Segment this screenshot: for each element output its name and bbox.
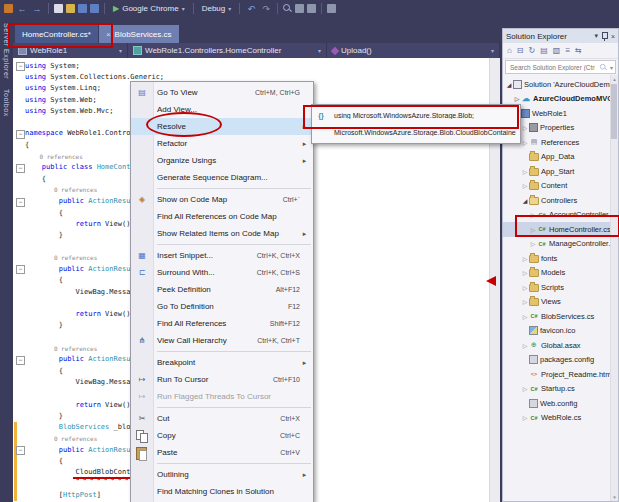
start-debugging-button[interactable]: ▶Google Chrome▾ [110, 4, 188, 13]
expander-collapsed-icon[interactable]: ▷ [513, 95, 521, 102]
tree-item-global-asax[interactable]: ▷⊕Global.asax [503, 338, 618, 353]
tree-item-startup-cs[interactable]: ▷C#Startup.cs [503, 382, 618, 397]
submenu-item-using-microsoft-windowsazure-storage-blob[interactable]: using Microsoft.WindowsAzure.Storage.Blo… [312, 107, 520, 124]
tree-item-packages-config[interactable]: packages.config [503, 353, 618, 368]
menu-item-surround-with[interactable]: Surround With...Ctrl+K, Ctrl+S [131, 264, 313, 281]
solution-configurations-dropdown[interactable]: Debug▾ [199, 4, 235, 13]
view-code-icon[interactable]: ≡ [565, 46, 570, 56]
start-page-icon[interactable] [4, 4, 13, 13]
save-all-icon[interactable] [90, 4, 99, 13]
menu-item-peek-definition[interactable]: Peek DefinitionAlt+F12 [131, 281, 313, 298]
fold-marker[interactable]: − [16, 198, 25, 207]
fold-marker[interactable]: − [16, 130, 25, 139]
tree-item-app-data[interactable]: App_Data [503, 150, 618, 165]
expander-collapsed-icon[interactable]: ▷ [529, 226, 537, 233]
save-icon[interactable] [78, 4, 87, 13]
bookmark-window-icon[interactable] [327, 4, 336, 13]
tree-item-models[interactable]: ▷Models [503, 266, 618, 281]
menu-item-refactor[interactable]: Refactor▸ [131, 135, 313, 152]
expander-collapsed-icon[interactable]: ▷ [521, 313, 529, 320]
type-dropdown[interactable]: WebRole1.Controllers.HomeController ▾ [128, 43, 327, 58]
menu-item-view-call-hierarchy[interactable]: View Call HierarchyCtrl+K, Ctrl+T [131, 332, 313, 349]
tree-item-controllers[interactable]: ◢Controllers [503, 193, 618, 208]
expander-collapsed-icon[interactable]: ▷ [521, 255, 529, 262]
menu-item-show-on-code-map[interactable]: Show on Code MapCtrl+` [131, 191, 313, 208]
tree-item-blobservices-cs[interactable]: ▷C#BlobServices.cs [503, 309, 618, 324]
dock-tab-toolbox[interactable]: Toolbox [3, 89, 10, 117]
tree-item-accountcontroller-cs[interactable]: ▷C#AccountController.cs [503, 208, 618, 223]
expander-collapsed-icon[interactable]: ▷ [521, 182, 529, 189]
tree-item-project-readme-html[interactable]: <>Project_Readme.html [503, 367, 618, 382]
open-file-icon[interactable] [66, 4, 75, 13]
navigate-forward-icon[interactable]: → [31, 4, 43, 14]
tree-scrollbar[interactable]: ▴ ▾ [610, 75, 618, 501]
scrollbar-thumb[interactable] [611, 84, 617, 139]
solution-explorer-icon[interactable] [295, 4, 304, 13]
tree-item-solution-azureclouddemomvc-2[interactable]: ◢Solution 'AzureCloudDemoMVC' (2 [503, 77, 618, 92]
menu-item-find-all-references[interactable]: Find All ReferencesShift+F12 [131, 315, 313, 332]
collapse-all-icon[interactable]: ⊟ [517, 46, 524, 56]
find-in-files-icon[interactable] [283, 4, 292, 13]
menu-item-go-to-definition[interactable]: Go To DefinitionF12 [131, 298, 313, 315]
chevron-down-icon[interactable]: ▾ [594, 32, 598, 40]
menu-item-run-flagged-threads-to-cursor[interactable]: Run Flagged Threads To Cursor [131, 388, 313, 405]
tree-item-views[interactable]: ▷Views [503, 295, 618, 310]
properties-window-icon[interactable] [307, 4, 316, 13]
menu-item-go-to-view[interactable]: Go To ViewCtrl+M, Ctrl+G [131, 84, 313, 101]
scroll-up-icon[interactable]: ▴ [611, 76, 618, 82]
expander-collapsed-icon[interactable]: ▷ [521, 385, 529, 392]
pin-icon[interactable] [601, 32, 608, 41]
tree-item-web-config[interactable]: Web.config [503, 396, 618, 411]
close-icon[interactable]: × [106, 30, 111, 39]
menu-item-insert-snippet[interactable]: Insert Snippet...Ctrl+K, Ctrl+X [131, 247, 313, 264]
navigate-backward-icon[interactable]: ← [16, 4, 28, 14]
tree-item-fonts[interactable]: ▷fonts [503, 251, 618, 266]
fold-marker[interactable]: − [16, 356, 25, 365]
tree-item-scripts[interactable]: ▷Scripts [503, 280, 618, 295]
tree-item-homecontroller-cs[interactable]: ▷C#HomeController.cs [503, 222, 618, 237]
project-dropdown[interactable]: WebRole1 ▾ [13, 43, 128, 58]
tree-item-content[interactable]: ▷Content [503, 179, 618, 194]
expander-collapsed-icon[interactable]: ▷ [521, 342, 529, 349]
expander-collapsed-icon[interactable]: ▷ [529, 211, 537, 218]
menu-item-find-matching-clones-in-solution[interactable]: Find Matching Clones in Solution [131, 483, 313, 500]
menu-item-cut[interactable]: CutCtrl+X [131, 410, 313, 427]
fold-marker[interactable]: − [16, 62, 25, 71]
show-all-files-icon[interactable]: ▤ [540, 46, 548, 56]
menu-item-organize-usings[interactable]: Organize Usings▸ [131, 152, 313, 169]
document-tab-blobservices-cs[interactable]: ×BlobServices.cs [99, 25, 179, 43]
expander-collapsed-icon[interactable]: ▷ [529, 240, 537, 247]
expander-expanded-icon[interactable]: ◢ [521, 197, 529, 204]
expander-collapsed-icon[interactable]: ▷ [521, 269, 529, 276]
chevron-down-icon[interactable]: ▾ [610, 64, 613, 71]
fold-marker[interactable]: − [16, 164, 25, 173]
properties-icon[interactable]: ▧ [553, 46, 561, 56]
menu-item-generate-sequence-diagram[interactable]: Generate Sequence Diagram... [131, 169, 313, 186]
menu-item-add-view[interactable]: Add View... [131, 101, 313, 118]
scroll-down-icon[interactable]: ▾ [611, 494, 618, 500]
expander-expanded-icon[interactable]: ◢ [505, 81, 513, 88]
dock-tab-server-explorer[interactable]: Server Explorer [3, 23, 10, 79]
menu-item-copy[interactable]: CopyCtrl+C [131, 427, 313, 444]
expander-collapsed-icon[interactable]: ▷ [521, 124, 529, 131]
menu-item-resolve[interactable]: Resolve▸ [131, 118, 313, 135]
menu-item-run-to-cursor[interactable]: Run To CursorCtrl+F10 [131, 371, 313, 388]
member-dropdown[interactable]: Upload() ▾ [327, 43, 500, 58]
submenu-item-microsoft-windowsazure-storage-blob-cloudblobcontainer[interactable]: Microsoft.WindowsAzure.Storage.Blob.Clou… [312, 124, 520, 141]
expander-collapsed-icon[interactable]: ▷ [521, 168, 529, 175]
fold-marker[interactable]: − [16, 265, 25, 274]
sync-with-active-document-icon[interactable]: ⇆ [575, 46, 582, 56]
tree-item-favicon-ico[interactable]: favicon.ico [503, 324, 618, 339]
fold-marker[interactable]: − [16, 446, 25, 455]
menu-item-show-related-items-on-code-map[interactable]: Show Related Items on Code Map▸ [131, 225, 313, 242]
menu-item-outlining[interactable]: Outlining▸ [131, 466, 313, 483]
expander-collapsed-icon[interactable]: ▷ [521, 414, 529, 421]
tree-item-webrole-cs[interactable]: ▷C#WebRole.cs [503, 411, 618, 426]
menu-item-breakpoint[interactable]: Breakpoint▸ [131, 354, 313, 371]
menu-item-paste[interactable]: PasteCtrl+V [131, 444, 313, 461]
expander-collapsed-icon[interactable]: ▷ [521, 298, 529, 305]
document-tab-homecontroller-cs[interactable]: HomeController.cs* [15, 25, 98, 43]
home-icon[interactable]: ⌂ [507, 46, 512, 56]
refresh-icon[interactable]: ↻ [529, 46, 536, 56]
menu-item-find-all-references-on-code-map[interactable]: Find All References on Code Map [131, 208, 313, 225]
